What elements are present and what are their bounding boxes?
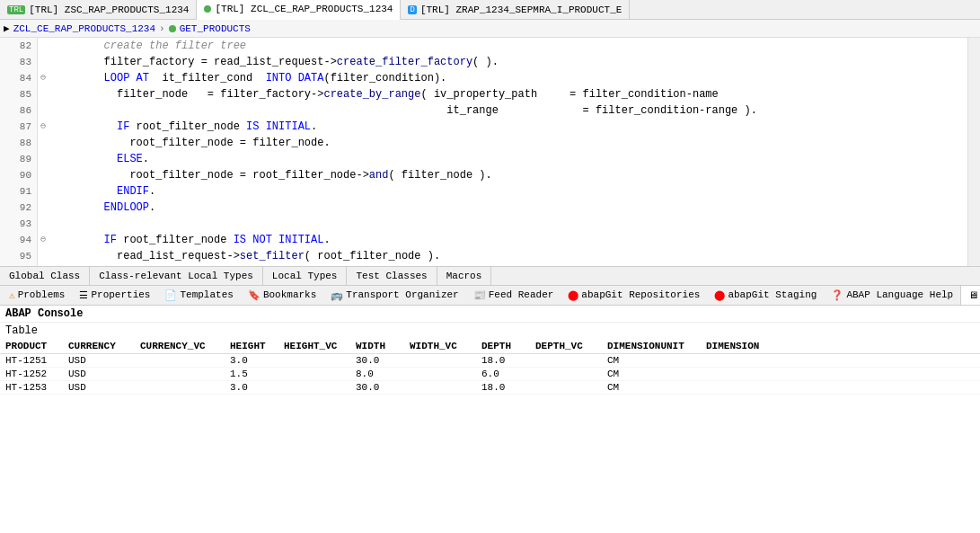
code-line-94: 94 ⊖ IF root_filter_node IS NOT INITIAL. <box>0 232 967 248</box>
tool-bookmarks[interactable]: 🔖 Bookmarks <box>241 285 323 305</box>
tab-macros[interactable]: Macros <box>437 266 492 286</box>
code-line-95: 95 read_list_request->set_filter( root_f… <box>0 248 967 264</box>
col-header-width-vc: WIDTH_VC <box>410 341 481 351</box>
tool-abap-help[interactable]: ❓ ABAP Language Help <box>824 285 960 305</box>
vertical-scrollbar[interactable] <box>967 38 980 266</box>
abapgit-repos-icon: ⬤ <box>568 289 578 301</box>
col-header-product: PRODUCT <box>5 341 68 351</box>
console-icon: 🖥 <box>968 289 978 301</box>
console-table-header: PRODUCT CURRENCY CURRENCY_VC HEIGHT HEIG… <box>0 339 980 354</box>
tab-zcl[interactable]: [TRL] ZCL_CE_RAP_PRODUCTS_1234 <box>197 0 401 20</box>
tab-test-classes[interactable]: Test Classes <box>347 266 437 286</box>
code-line-93: 93 <box>0 216 967 232</box>
col-header-depth: DEPTH <box>481 341 535 351</box>
code-line-92: 92 ENDLOOP. <box>0 200 967 216</box>
properties-icon: ☰ <box>79 289 88 301</box>
tool-properties[interactable]: ☰ Properties <box>72 285 157 305</box>
col-header-depth-vc: DEPTH_VC <box>535 341 607 351</box>
transport-icon: 🚌 <box>331 289 343 301</box>
code-line-82: 82 create the filter tree <box>0 38 967 54</box>
tab-zrap[interactable]: D [TRL] ZRAP_1234_SEPMRA_I_PRODUCT_E <box>401 0 630 20</box>
code-line-89: 89 ELSE. <box>0 151 967 167</box>
breadcrumb-separator: › <box>159 23 165 34</box>
code-line-87: 87 ⊖ IF root_filter_node IS INITIAL. <box>0 119 967 135</box>
breadcrumb: ▶ ZCL_CE_RAP_PRODUCTS_1234 › GET_PRODUCT… <box>0 20 980 38</box>
code-line-88: 88 root_filter_node = filter_node. <box>0 135 967 151</box>
problems-icon: ⚠ <box>9 289 15 301</box>
tool-templates[interactable]: 📄 Templates <box>157 285 240 305</box>
code-line-83: 83 filter_factory = read_list_request->c… <box>0 54 967 70</box>
code-line-84: 84 ⊖ LOOP AT it_filter_cond INTO DATA(fi… <box>0 70 967 86</box>
breadcrumb-item1[interactable]: ZCL_CE_RAP_PRODUCTS_1234 <box>13 23 155 34</box>
table-row: HT-1252 USD 1.5 8.0 6.0 CM <box>0 368 980 381</box>
tool-abapgit-staging[interactable]: ⬤ abapGit Staging <box>707 285 824 305</box>
console-subtitle: Table <box>0 323 980 339</box>
console-panel: ABAP Console Table PRODUCT CURRENCY CURR… <box>0 306 980 534</box>
code-line-85: 85 filter_node = filter_factory->create_… <box>0 86 967 102</box>
code-line-91: 91 ENDIF. <box>0 183 967 200</box>
tab-icon-green: TRL <box>7 5 25 14</box>
code-editor: 82 create the filter tree 83 filter_fact… <box>0 38 980 266</box>
tab-class-local-types[interactable]: Class-relevant Local Types <box>90 266 263 286</box>
col-header-height-vc: HEIGHT_VC <box>284 341 356 351</box>
col-header-currency-vc: CURRENCY_VC <box>140 341 230 351</box>
breadcrumb-arrow-start: ▶ <box>4 22 10 34</box>
tab-dot-zcl <box>204 5 211 13</box>
col-header-dim: DIMENSION <box>706 341 796 351</box>
bottom-tab-bar: Global Class Class-relevant Local Types … <box>0 266 980 286</box>
table-row: HT-1253 USD 3.0 30.0 18.0 CM <box>0 381 980 395</box>
col-header-width: WIDTH <box>356 341 410 351</box>
tool-bar: ⚠ Problems ☰ Properties 📄 Templates 🔖 Bo… <box>0 286 980 306</box>
tool-abapgit-repos[interactable]: ⬤ abapGit Repositories <box>561 285 707 305</box>
tab-global-class[interactable]: Global Class <box>0 266 90 286</box>
table-row: HT-1251 USD 3.0 30.0 18.0 CM <box>0 354 980 368</box>
tab-icon-blue: D <box>408 5 416 14</box>
abapgit-staging-icon: ⬤ <box>714 289 725 301</box>
abap-help-icon: ❓ <box>831 289 843 301</box>
tool-problems[interactable]: ⚠ Problems <box>2 285 72 305</box>
feed-reader-icon: 📰 <box>473 289 486 301</box>
bookmarks-icon: 🔖 <box>248 289 260 301</box>
code-line-86: 86 it_range = filter_condition-range ). <box>0 102 967 119</box>
tab-label-zsc: [TRL] ZSC_RAP_PRODUCTS_1234 <box>29 4 189 15</box>
col-header-height: HEIGHT <box>230 341 284 351</box>
tab-local-types[interactable]: Local Types <box>263 266 348 286</box>
tab-label-zrap: [TRL] ZRAP_1234_SEPMRA_I_PRODUCT_E <box>420 4 622 15</box>
templates-icon: 📄 <box>164 289 177 301</box>
tab-label-zcl: [TRL] ZCL_CE_RAP_PRODUCTS_1234 <box>215 4 393 14</box>
breadcrumb-dot <box>169 25 176 32</box>
code-line-90: 90 root_filter_node = root_filter_node->… <box>0 167 967 183</box>
tab-bar: TRL [TRL] ZSC_RAP_PRODUCTS_1234 [TRL] ZC… <box>0 0 980 20</box>
tab-zsc[interactable]: TRL [TRL] ZSC_RAP_PRODUCTS_1234 <box>0 0 197 20</box>
tool-console[interactable]: 🖥 Console ✕ <box>960 285 980 305</box>
tool-feed-reader[interactable]: 📰 Feed Reader <box>466 285 561 305</box>
col-header-currency: CURRENCY <box>68 341 140 351</box>
tool-transport[interactable]: 🚌 Transport Organizer <box>323 285 465 305</box>
code-content[interactable]: 82 create the filter tree 83 filter_fact… <box>0 38 967 266</box>
breadcrumb-item2[interactable]: GET_PRODUCTS <box>180 23 251 34</box>
console-title: ABAP Console <box>0 306 980 323</box>
col-header-dimunit: DIMENSIONUNIT <box>607 341 706 351</box>
